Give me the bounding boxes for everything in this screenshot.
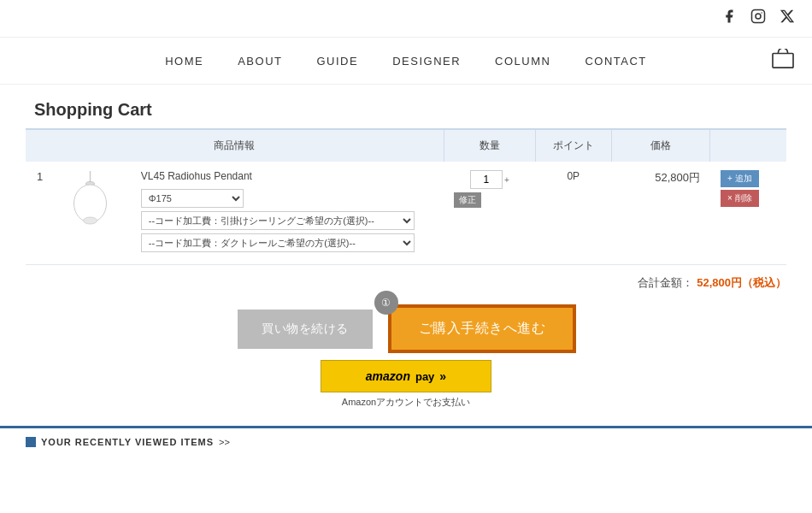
- svg-point-7: [83, 217, 97, 224]
- amazon-pay-wrap: amazon pay » Amazonアカウントでお支払い: [321, 360, 491, 409]
- item-details: VL45 Radiohus Pendant Φ175 Φ300 --コード加工費…: [131, 162, 444, 265]
- nav-links: HOME ABOUT GUIDE DESIGNER COLUMN CONTACT: [165, 53, 647, 68]
- recently-viewed-indicator: [26, 437, 36, 447]
- amazon-pay-button[interactable]: amazon pay »: [321, 360, 491, 392]
- item-points: 0P: [535, 162, 611, 265]
- recently-viewed-section: YOUR RECENTLY VIEWED ITEMS >>: [0, 426, 812, 456]
- nav-item-designer[interactable]: DESIGNER: [392, 53, 461, 68]
- svg-rect-3: [773, 54, 793, 68]
- main-nav: HOME ABOUT GUIDE DESIGNER COLUMN CONTACT: [0, 38, 812, 85]
- step-badge: ①: [374, 291, 398, 315]
- amazon-pay-text: pay: [415, 370, 434, 383]
- amazon-pay-arrows: »: [439, 369, 446, 383]
- checkout-wrap: ① ご購入手続きへ進む: [390, 306, 575, 351]
- total-amount: 52,800円（税込）: [697, 275, 786, 291]
- header-qty: 数量: [444, 129, 535, 162]
- header-price: 価格: [611, 129, 710, 162]
- add-button[interactable]: + 追加: [721, 170, 759, 187]
- nav-item-column[interactable]: COLUMN: [495, 53, 550, 68]
- delete-button[interactable]: × 削除: [721, 190, 759, 207]
- item-qty-cell: + 修正: [444, 162, 535, 265]
- continue-shopping-button[interactable]: 買い物を続ける: [238, 310, 373, 349]
- product-name: VL45 Radiohus Pendant: [141, 170, 434, 182]
- item-image: [54, 162, 131, 265]
- size-select[interactable]: Φ175 Φ300: [141, 189, 244, 208]
- social-bar: [0, 0, 812, 38]
- total-label: 合計金額：: [638, 275, 693, 291]
- page-title: Shopping Cart: [34, 100, 778, 120]
- item-number: 1: [26, 162, 54, 265]
- svg-point-8: [81, 191, 90, 203]
- qty-input[interactable]: [470, 170, 503, 189]
- nav-item-guide[interactable]: GUIDE: [317, 53, 359, 68]
- action-section: 買い物を続ける ① ご購入手続きへ進む amazon pay » Amazonア…: [0, 298, 812, 426]
- checkout-button[interactable]: ご購入手続きへ進む: [390, 306, 575, 351]
- action-row: 買い物を続ける ① ご購入手続きへ進む: [238, 306, 574, 351]
- totals-row: 合計金額： 52,800円（税込）: [0, 265, 812, 298]
- cord-option2-select[interactable]: --コード加工費：ダクトレールご希望の方(選択)--: [141, 233, 415, 252]
- facebook-icon[interactable]: [721, 9, 737, 28]
- header-actions: [710, 129, 786, 162]
- header-points: ポイント: [535, 129, 611, 162]
- modify-button[interactable]: 修正: [454, 192, 481, 208]
- amazon-pay-label: amazon: [366, 369, 410, 383]
- nav-item-about[interactable]: ABOUT: [238, 53, 282, 68]
- page-title-wrap: Shopping Cart: [0, 85, 812, 128]
- item-price: 52,800円: [611, 162, 710, 265]
- svg-point-6: [74, 185, 106, 222]
- svg-point-2: [761, 12, 762, 14]
- header-product: 商品情報: [26, 129, 444, 162]
- instagram-icon[interactable]: [750, 9, 766, 28]
- cart-button[interactable]: [771, 49, 795, 73]
- recently-viewed-label: YOUR RECENTLY VIEWED ITEMS: [41, 437, 214, 447]
- recently-viewed-arrow: >>: [219, 437, 230, 447]
- cart-table: 商品情報 数量 ポイント 価格 1: [26, 128, 786, 265]
- amazon-account-note: Amazonアカウントでお支払い: [342, 396, 470, 409]
- svg-point-1: [756, 14, 761, 19]
- cord-option1-select[interactable]: --コード加工費：引掛けシーリングご希望の方(選択)--: [141, 211, 415, 230]
- nav-item-home[interactable]: HOME: [165, 53, 203, 68]
- svg-rect-0: [752, 10, 765, 23]
- qty-plus-icon: +: [504, 175, 509, 185]
- nav-item-contact[interactable]: CONTACT: [585, 53, 646, 68]
- table-row: 1: [26, 162, 786, 265]
- cart-section: 商品情報 数量 ポイント 価格 1: [0, 128, 812, 265]
- item-actions: + 追加 × 削除: [710, 162, 786, 265]
- twitter-icon[interactable]: [780, 9, 795, 28]
